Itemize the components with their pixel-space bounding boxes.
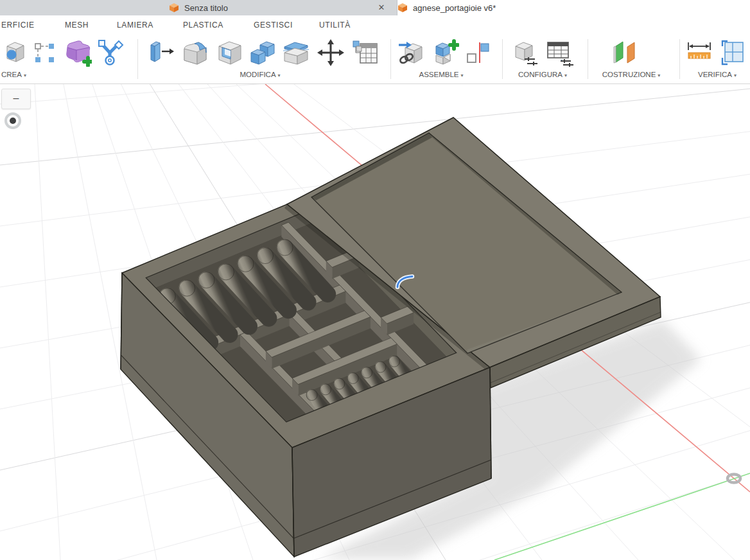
tab-close-icon[interactable]: ✕ [376, 3, 387, 13]
section-analysis-icon[interactable] [719, 37, 749, 69]
configuration-table-icon[interactable] [545, 37, 574, 69]
toolbar-group-crea[interactable]: CREA▾ [1, 71, 26, 78]
shell-icon[interactable] [214, 37, 244, 69]
insert-link-icon[interactable] [396, 37, 425, 69]
fusion360-window: Senza titolo ✕ agnese_portagioie v6* ERF… [0, 0, 750, 560]
move-copy-icon[interactable] [316, 37, 345, 69]
new-component-icon[interactable] [430, 37, 460, 69]
fillet-icon[interactable] [180, 37, 209, 69]
radio-dot [10, 118, 16, 124]
press-pull-icon[interactable] [145, 37, 175, 69]
viewport-3d[interactable]: – [0, 84, 750, 560]
group-divider [502, 39, 503, 79]
scene-canvas[interactable] [0, 84, 750, 560]
ribbon-tab-row: ERFICIE MESH LAMIERA PLASTICA GESTISCI U… [0, 16, 750, 35]
chevron-down-icon: ▾ [460, 73, 463, 78]
chevron-down-icon: ▾ [658, 73, 660, 78]
rectangular-pattern-icon[interactable] [30, 37, 59, 69]
chevron-down-icon: ▾ [564, 73, 567, 78]
ribbon-tab-plastica[interactable]: PLASTICA [183, 21, 223, 30]
combine-icon[interactable] [248, 37, 277, 69]
document-tabbar: Senza titolo ✕ agnese_portagioie v6* [0, 0, 750, 16]
chevron-down-icon: ▾ [278, 73, 281, 78]
configure-cube-icon[interactable] [510, 37, 539, 69]
group-divider [390, 39, 391, 79]
document-tab-senza-titolo[interactable]: Senza titolo ✕ [0, 0, 397, 15]
toolbar-group-costruzione[interactable]: COSTRUZIONE▾ [602, 71, 661, 78]
pipe-icon[interactable] [95, 37, 125, 69]
measure-icon[interactable] [685, 37, 714, 69]
group-divider [679, 39, 680, 79]
toolbar-group-modifica[interactable]: MODIFICA▾ [240, 71, 280, 78]
browser-collapse-button[interactable]: – [1, 89, 31, 109]
document-cube-icon [397, 3, 408, 13]
toolbar-group-verifica[interactable]: VERIFICA▾ [698, 71, 737, 78]
joint-icon[interactable] [464, 37, 493, 69]
primitive-cube-icon[interactable] [0, 37, 30, 69]
create-form-icon[interactable] [63, 37, 92, 69]
tab-title: Senza titolo [184, 3, 228, 13]
split-body-icon[interactable] [281, 37, 311, 69]
tab-title: agnese_portagioie v6* [413, 3, 496, 13]
toolbar-group-configura[interactable]: CONFIGURA▾ [518, 71, 567, 78]
chevron-down-icon: ▾ [734, 73, 737, 78]
document-cube-icon [169, 3, 179, 13]
ribbon-tab-lamiera[interactable]: LAMIERA [117, 21, 153, 30]
toolbar-group-assemble[interactable]: ASSEMBLE▾ [419, 71, 463, 78]
ribbon-tab-mesh[interactable]: MESH [65, 21, 89, 30]
chevron-down-icon: ▾ [24, 73, 26, 78]
ribbon-toolbar: CREA▾ MODIFICA▾ ASSEMBLE▾ CONFIGURA▾ COS… [0, 35, 750, 84]
group-divider [588, 39, 588, 79]
ribbon-tab-utilita[interactable]: UTILITÀ [319, 21, 351, 30]
construction-planes-icon[interactable] [610, 37, 640, 69]
group-divider [137, 39, 138, 79]
browser-radio-icon[interactable] [4, 112, 21, 129]
document-tab-agnese-portagioie[interactable]: agnese_portagioie v6* [397, 0, 750, 15]
ribbon-tab-gestisci[interactable]: GESTISCI [254, 21, 293, 30]
change-parameters-icon[interactable] [351, 37, 380, 69]
ribbon-tab-superficie[interactable]: ERFICIE [1, 21, 35, 30]
